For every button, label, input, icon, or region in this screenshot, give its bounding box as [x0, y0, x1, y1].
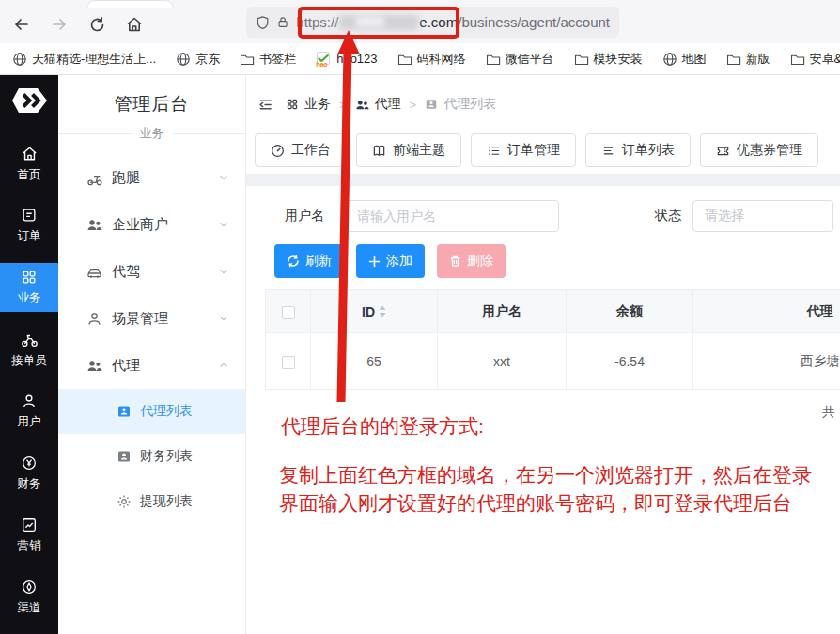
back-icon[interactable]: [6, 10, 38, 39]
lines-icon: [601, 144, 615, 158]
url-text: https://e.com/business/agent/account: [296, 14, 610, 30]
scooter-icon: [86, 170, 102, 186]
username-input[interactable]: [345, 200, 559, 232]
id-card-icon: [117, 404, 132, 419]
book-icon: [372, 144, 386, 158]
rail-item-finance[interactable]: 财务: [0, 449, 58, 498]
cell-username: xxt: [438, 333, 567, 390]
rail-item-marketing[interactable]: 营销: [0, 511, 58, 560]
rail-item-business[interactable]: 业务: [0, 263, 58, 312]
users-icon: [355, 98, 369, 112]
list-icon: [487, 144, 501, 158]
bookmark-appstore[interactable]: 安卓&IOS上架: [790, 51, 840, 68]
sidebar-item-errand[interactable]: 跑腿: [58, 154, 245, 201]
rail-item-channels[interactable]: 渠道: [0, 573, 58, 622]
chevron-down-icon: [217, 218, 230, 231]
sidebar-item-driving[interactable]: 代驾: [58, 248, 245, 295]
collapse-sidebar-icon[interactable]: [257, 97, 273, 113]
sidebar-item-merchants[interactable]: 企业商户: [58, 201, 245, 248]
id-card-icon: [117, 449, 132, 464]
forward-icon[interactable]: [43, 10, 75, 39]
refresh-button[interactable]: 刷新: [274, 244, 344, 278]
url-prefix: https://: [296, 14, 338, 30]
grid-icon: [21, 269, 38, 286]
sidebar: 管理后台 业务 跑腿 企业商户 代驾: [58, 75, 246, 634]
breadcrumb-separator: >: [339, 98, 347, 112]
chevron-up-icon: [217, 359, 230, 372]
home-icon: [21, 145, 39, 162]
bookmark-tmall[interactable]: 天猫精选-理想生活上...: [12, 51, 156, 68]
globe-icon: [662, 52, 677, 67]
bookmark-jd[interactable]: 京东: [176, 51, 220, 68]
sidebar-title: 管理后台: [58, 75, 245, 116]
breadcrumb-item-business[interactable]: 业务: [286, 96, 331, 113]
cell-agent: 西乡塘: [693, 333, 840, 390]
id-card-icon: [425, 98, 438, 111]
sidebar-item-agent-list[interactable]: 代理列表: [58, 389, 245, 434]
ticket-icon: [716, 144, 730, 158]
globe-icon: [176, 52, 191, 67]
bookmark-modules[interactable]: 模块安装: [574, 51, 643, 68]
column-agent: 代理: [693, 290, 840, 333]
folder-icon: [486, 52, 501, 67]
bookmark-hao123[interactable]: hao hao123: [316, 52, 377, 67]
main-content: 业务 > 代理 > 代理列表 工作台: [246, 75, 840, 634]
yuan-circle-icon: [21, 455, 38, 472]
plus-icon: [368, 255, 381, 268]
bookmark-wechat[interactable]: 微信平台: [486, 51, 554, 68]
add-button[interactable]: 添加: [356, 244, 425, 278]
chevron-down-icon: [217, 265, 230, 278]
url-path: /business/agent/account: [458, 14, 610, 30]
rail-item-couriers[interactable]: 接单员: [0, 325, 58, 374]
order-list-button[interactable]: 订单列表: [585, 133, 691, 167]
chevron-down-icon: [217, 312, 230, 325]
bookmark-newver[interactable]: 新版: [726, 51, 770, 68]
workbench-button[interactable]: 工作台: [255, 133, 347, 167]
status-select[interactable]: 请选择: [692, 200, 833, 232]
sidebar-item-scenes[interactable]: 场景管理: [58, 295, 245, 342]
breadcrumb-separator: >: [410, 98, 417, 112]
person-icon: [86, 311, 102, 327]
frontend-theme-button[interactable]: 前端主题: [356, 133, 461, 167]
sidebar-section: 业务: [58, 125, 245, 142]
refresh-icon[interactable]: [81, 10, 113, 39]
globe-icon: [12, 52, 27, 67]
home-icon[interactable]: [118, 10, 150, 39]
sidebar-section-label: 业务: [132, 125, 173, 142]
folder-icon: [790, 52, 805, 67]
shield-icon: [256, 15, 270, 30]
bookmark-make[interactable]: 码科网络: [397, 51, 466, 68]
sort-icon[interactable]: [379, 305, 386, 317]
bookmark-map[interactable]: 地图: [662, 51, 707, 68]
status-label: 状态: [655, 208, 681, 224]
order-management-button[interactable]: 订单管理: [471, 133, 576, 167]
rider-icon: [21, 331, 39, 348]
sidebar-item-finance-list[interactable]: 财务列表: [58, 434, 245, 479]
bookmarks-bar: 天猫精选-理想生活上... 京东 书签栏 hao hao123 码科网络 微信平…: [0, 43, 840, 75]
sidebar-item-agents[interactable]: 代理: [58, 342, 245, 389]
folder-icon: [240, 52, 255, 67]
sidebar-item-withdraw-list[interactable]: 提现列表: [58, 479, 245, 524]
users-icon: [86, 358, 102, 374]
coupon-management-button[interactable]: 优惠券管理: [700, 133, 818, 167]
row-checkbox[interactable]: [282, 356, 295, 369]
select-all-checkbox[interactable]: [282, 306, 295, 319]
url-bar[interactable]: https://e.com/business/agent/account: [246, 7, 619, 38]
car-icon: [86, 264, 102, 280]
breadcrumb: 业务 > 代理 > 代理列表: [246, 75, 840, 133]
rail-item-home[interactable]: 首页: [0, 139, 58, 188]
refresh-icon: [287, 255, 300, 268]
url-domain-suffix: e.com: [419, 14, 458, 30]
hao123-logo-icon: hao: [316, 52, 332, 67]
delete-button[interactable]: 删除: [437, 244, 506, 278]
chevron-down-icon: [217, 171, 230, 184]
rail-item-users[interactable]: 用户: [0, 387, 58, 436]
table-row: 65 xxt -6.54 西乡塘: [266, 333, 840, 390]
rail-item-orders[interactable]: 订单: [0, 201, 58, 250]
screen: https://e.com/business/agent/account 天猫精…: [0, 0, 840, 634]
app-logo: [12, 87, 47, 113]
breadcrumb-item-agent[interactable]: 代理: [355, 96, 401, 113]
bookmark-folder-bar[interactable]: 书签栏: [240, 51, 296, 68]
order-square-icon: [21, 207, 38, 224]
lock-icon: [276, 15, 289, 29]
